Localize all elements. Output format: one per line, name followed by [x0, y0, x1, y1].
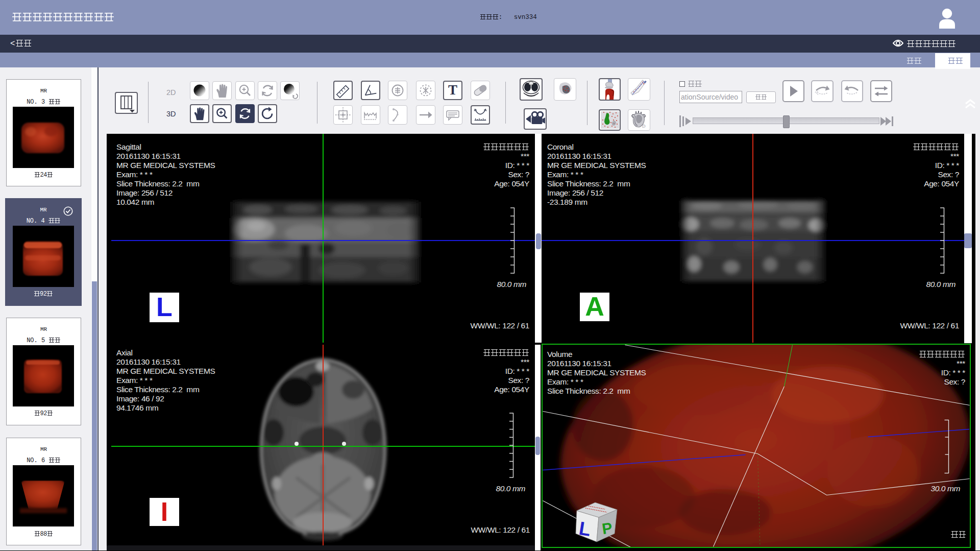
svg-text:D: D: [642, 124, 646, 129]
